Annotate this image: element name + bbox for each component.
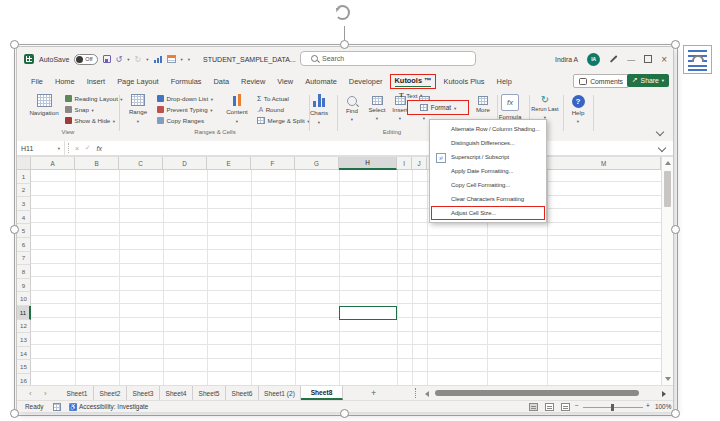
column-header[interactable]: F [251, 157, 295, 170]
menu-item-clear-characters-formatting[interactable]: Clear Characters Formatting [430, 192, 546, 206]
comments-button[interactable]: Comments [573, 74, 629, 88]
sheet-tab-active[interactable]: Sheet8 [301, 386, 343, 400]
zoom-slider-thumb[interactable] [611, 404, 614, 411]
hscroll-left-icon[interactable] [425, 391, 429, 397]
tab-insert[interactable]: Insert [81, 77, 111, 86]
row-header[interactable]: 13 [17, 333, 31, 347]
column-header-selected[interactable]: H [339, 157, 397, 170]
menu-item-apply-date-formatting[interactable]: Apply Date Formatting... [430, 164, 546, 178]
accessibility-status[interactable]: Accessibility: Investigate [79, 403, 148, 410]
column-header[interactable]: A [31, 157, 75, 170]
tab-formulas[interactable]: Formulas [165, 77, 208, 86]
sheet-tab[interactable]: Sheet1 [61, 386, 94, 400]
resize-handle-top-right[interactable] [671, 40, 680, 49]
resize-handle-top-left[interactable] [10, 40, 19, 49]
formula-button[interactable]: fx Formula [499, 94, 521, 120]
to-actual-button[interactable]: ΣTo Actual [257, 95, 289, 102]
undo-icon[interactable]: ↺ [116, 55, 123, 64]
tab-kutools[interactable]: Kutools ™ [395, 76, 432, 87]
scroll-down-icon[interactable] [665, 377, 671, 381]
scroll-up-icon[interactable] [665, 161, 671, 165]
tab-help[interactable]: Help [491, 77, 518, 86]
row-header[interactable]: 10 [17, 292, 31, 306]
range-button[interactable]: Range [123, 94, 153, 125]
row-header[interactable]: 5 [17, 224, 31, 238]
more-button[interactable]: More [473, 96, 493, 113]
normal-view-icon[interactable] [529, 403, 538, 411]
rotate-handle-icon[interactable] [335, 5, 350, 20]
menu-item-distinguish-differences[interactable]: Distinguish Differences... [430, 136, 546, 150]
page-layout-view-icon[interactable] [545, 403, 554, 411]
sheet-tab[interactable]: Sheet4 [160, 386, 193, 400]
name-box[interactable]: H11 [17, 141, 65, 155]
row-header-selected[interactable]: 11 [17, 306, 31, 320]
qat-table-icon[interactable] [167, 55, 176, 63]
round-button[interactable]: .ARound [257, 106, 284, 113]
copy-ranges-button[interactable]: Copy Ranges [157, 117, 204, 124]
tab-data[interactable]: Data [207, 77, 235, 86]
column-header[interactable]: E [207, 157, 251, 170]
tab-home[interactable]: Home [49, 77, 81, 86]
enter-icon[interactable]: ✓ [82, 144, 93, 152]
minimize-button[interactable]: — [627, 55, 635, 64]
tab-kutools-annotation-box[interactable]: Kutools ™ [390, 74, 437, 89]
sheet-tab[interactable]: Sheet5 [193, 386, 226, 400]
share-button[interactable]: ↗Share [627, 74, 669, 87]
sheet-nav-left-icon[interactable]: ‹ [29, 389, 32, 398]
row-header[interactable]: 15 [17, 360, 31, 374]
resize-handle-mid-left[interactable] [10, 225, 19, 234]
column-header[interactable]: J [412, 157, 427, 170]
tab-splitter[interactable] [415, 388, 416, 398]
macro-record-icon[interactable] [53, 403, 61, 411]
zoom-out-button[interactable]: − [575, 402, 579, 409]
sheet-tab[interactable]: Sheet3 [127, 386, 160, 400]
select-button[interactable]: Select [365, 96, 389, 122]
close-button[interactable]: × [661, 54, 667, 65]
dropdown-list-button[interactable]: Drop-down List [157, 95, 213, 103]
snap-button[interactable]: Snap [65, 106, 94, 114]
selected-cell-H11[interactable] [339, 306, 397, 320]
user-name[interactable]: Indira A [555, 56, 578, 63]
sheet-tab[interactable]: Sheet6 [226, 386, 259, 400]
row-header[interactable]: 2 [17, 184, 31, 198]
row-header[interactable]: 7 [17, 252, 31, 266]
avatar[interactable]: IA [587, 53, 600, 66]
menu-item-adjust-cell-size[interactable]: Adjust Cell Size... [431, 206, 545, 220]
worksheet-grid[interactable]: 1 2 3 4 5 6 7 8 9 10 11 12 13 14 15 16 [17, 170, 661, 385]
help-button[interactable]: ? Help [567, 95, 589, 125]
rerun-last-button[interactable]: ↻ Rerun Last [531, 95, 559, 121]
pen-mode-icon[interactable] [610, 55, 617, 62]
namebox-resizer[interactable] [68, 143, 69, 153]
vertical-scroll-thumb[interactable] [664, 171, 671, 207]
resize-handle-top-center[interactable] [340, 40, 349, 49]
resize-handle-bottom-right[interactable] [671, 409, 680, 418]
qat-overflow-icon[interactable] [188, 55, 190, 63]
vertical-scrollbar[interactable] [661, 157, 673, 385]
redo-icon[interactable]: ↻ [135, 55, 142, 64]
expand-formula-bar-icon[interactable] [658, 144, 666, 152]
row-header[interactable]: 8 [17, 265, 31, 279]
sheet-nav-right-icon[interactable]: › [44, 389, 47, 398]
tab-view[interactable]: View [271, 77, 299, 86]
tab-automate[interactable]: Automate [299, 77, 343, 86]
column-header[interactable]: C [119, 157, 163, 170]
row-header[interactable]: 12 [17, 320, 31, 334]
tab-file[interactable]: File [25, 77, 49, 86]
chevron-down-icon[interactable] [127, 55, 129, 63]
sheet-tab[interactable]: Sheet1 (2) [259, 386, 301, 400]
resize-handle-bottom-left[interactable] [10, 409, 19, 418]
show-hide-button[interactable]: Show & Hide [65, 117, 115, 125]
tab-page-layout[interactable]: Page Layout [111, 77, 165, 86]
tab-review[interactable]: Review [235, 77, 271, 86]
collapse-ribbon-icon[interactable] [656, 128, 664, 136]
column-header[interactable]: I [397, 157, 412, 170]
maximize-button[interactable] [644, 55, 652, 63]
row-header[interactable]: 16 [17, 374, 31, 385]
prevent-typing-button[interactable]: Prevent Typing [157, 106, 212, 114]
row-header[interactable]: 1 [17, 170, 31, 184]
select-all-corner[interactable] [17, 157, 31, 170]
column-header[interactable]: M [547, 157, 661, 170]
reading-layout-button[interactable]: Reading Layout [65, 95, 123, 103]
row-header[interactable]: 14 [17, 347, 31, 361]
layout-options-icon[interactable] [683, 45, 712, 74]
